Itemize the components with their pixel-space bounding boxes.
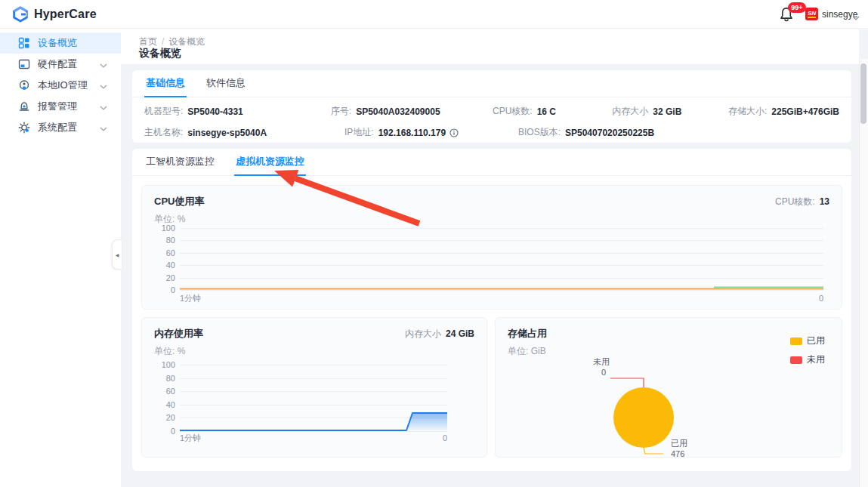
x-tick-label: 1分钟 <box>180 294 201 303</box>
top-bar: HyperCare 99+ SN sinsegye <box>0 0 868 29</box>
field-value: SP5040A032409005 <box>356 106 440 117</box>
unit-value: % <box>178 346 186 356</box>
y-tick-label: 60 <box>166 248 175 257</box>
hypercare-logo-icon <box>12 6 29 23</box>
info-icon[interactable] <box>449 128 459 137</box>
io-icon <box>18 79 30 91</box>
sidebar-item-alarm-management[interactable]: 报警管理 <box>0 96 121 117</box>
sidebar-item-label: 系统配置 <box>38 121 100 134</box>
field-bios-version: BIOS版本: SP50407020250225B <box>518 126 839 139</box>
field-machine-model: 机器型号: SP5040-4331 <box>144 105 331 118</box>
y-tick-label: 100 <box>162 225 175 233</box>
field-value: SP5040-4331 <box>187 106 242 117</box>
sidebar-nav: 设备概览 硬件配置 本地IO管理 <box>0 29 121 487</box>
breadcrumb-current: 设备概览 <box>168 36 205 47</box>
y-tick-label: 40 <box>166 400 175 409</box>
field-label: IP地址: <box>344 126 374 139</box>
y-tick-label: 20 <box>166 273 175 282</box>
pie-callout-value-unused: 0 <box>601 368 606 377</box>
x-tick-label: 1分钟 <box>180 433 201 442</box>
sidebar-item-device-overview[interactable]: 设备概览 <box>0 32 121 54</box>
field-value: 32 GiB <box>653 106 681 117</box>
x-tick-label: 0 <box>819 294 823 303</box>
cpu-unit-label: 单位: % <box>154 213 185 226</box>
memory-size-label: 内存大小 <box>405 328 441 339</box>
field-label: 序号: <box>331 105 351 118</box>
user-menu-chevron-down-icon[interactable] <box>852 12 860 23</box>
bell-icon <box>779 14 794 25</box>
field-hostname: 主机名称: sinsegye-sp5040A <box>144 126 344 139</box>
field-label: CPU核数: <box>493 105 533 118</box>
notification-count-badge: 99+ <box>788 2 806 13</box>
sidebar-item-system-config[interactable]: 系统配置 <box>0 117 121 138</box>
memory-series-line <box>180 413 447 430</box>
avatar[interactable]: SN <box>805 8 818 20</box>
cpu-usage-card: CPU使用率 CPU核数:13 单位: % 100 80 60 40 20 0 <box>141 185 842 310</box>
sidebar-item-label: 硬件配置 <box>38 57 100 71</box>
tab-basic-info[interactable]: 基础信息 <box>144 70 187 97</box>
sidebar-item-hardware-config[interactable]: 硬件配置 <box>0 54 121 75</box>
cpu-chart-title: CPU使用率 <box>154 195 204 208</box>
gear-icon <box>18 122 30 134</box>
chevron-down-icon <box>100 59 107 70</box>
memory-size-meta: 内存大小24 GiB <box>405 328 474 341</box>
unit-label: 单位: <box>154 346 175 356</box>
pie-callout-label-unused: 未用 <box>593 357 610 366</box>
storage-pie-chart: 未用 0 已用 476 <box>496 318 843 458</box>
collapse-left-icon: ◀ <box>116 252 119 257</box>
app-root: HyperCare 99+ SN sinsegye <box>0 0 868 487</box>
unit-value: % <box>178 214 186 224</box>
sidebar-item-local-io[interactable]: 本地IO管理 <box>0 75 121 96</box>
monitor-tabs: 工智机资源监控 虚拟机资源监控 <box>132 149 851 176</box>
memory-usage-chart: 100 80 60 40 20 0 1分钟 0 <box>142 362 488 446</box>
field-cpu-cores: CPU核数: 16 C <box>493 105 612 118</box>
pie-slice-used[interactable] <box>613 387 674 448</box>
cpu-cores-value: 13 <box>820 196 829 207</box>
grid-icon <box>18 37 30 49</box>
field-value: sinsegye-sp5040A <box>187 128 267 138</box>
field-value: 16 C <box>537 106 556 117</box>
pie-callout-line-unused <box>610 378 644 387</box>
scrollbar-thumb[interactable] <box>860 63 866 124</box>
tab-host-resource-monitor[interactable]: 工智机资源监控 <box>144 149 216 175</box>
chevron-down-icon <box>100 122 107 134</box>
y-tick-label: 40 <box>166 260 175 270</box>
cpu-cores-meta: CPU核数:13 <box>775 196 829 208</box>
resource-monitor-card: 工智机资源监控 虚拟机资源监控 CPU使用率 CPU核数:13 单位: % 10… <box>132 149 851 471</box>
y-tick-label: 80 <box>166 374 175 383</box>
field-serial-number: 序号: SP5040A032409005 <box>331 105 493 118</box>
field-value: 192.168.110.179 <box>378 128 446 138</box>
unit-label: 单位: <box>154 214 175 224</box>
tab-software-info[interactable]: 软件信息 <box>205 70 247 97</box>
pie-callout-label-used: 已用 <box>671 439 687 448</box>
brand-name: HyperCare <box>34 8 97 21</box>
brand[interactable]: HyperCare <box>12 6 97 23</box>
hardware-icon <box>18 58 30 70</box>
y-tick-label: 80 <box>166 236 175 245</box>
field-ip-address: IP地址: 192.168.110.179 <box>344 126 518 139</box>
memory-size-value: 24 GiB <box>446 328 474 339</box>
x-tick-label: 0 <box>443 433 447 442</box>
y-tick-label: 60 <box>166 387 175 396</box>
memory-usage-card: 内存使用率 内存大小24 GiB 单位: % <box>141 317 487 458</box>
memory-area-fill <box>406 413 447 430</box>
page-title: 设备概览 <box>139 47 181 60</box>
field-label: 内存大小 <box>612 105 648 118</box>
tab-vm-resource-monitor[interactable]: 虚拟机资源监控 <box>234 149 306 175</box>
field-label: 主机名称: <box>144 126 183 139</box>
memory-chart-title: 内存使用率 <box>154 327 203 341</box>
field-label: 存储大小: <box>728 105 767 118</box>
field-storage-size: 存储大小: 225GiB+476GiB <box>728 105 839 118</box>
breadcrumb-strip: 首页/设备概览 设备概览 <box>121 29 859 64</box>
chevron-down-icon <box>100 101 107 113</box>
info-fields: 机器型号: SP5040-4331 序号: SP5040A032409005 C… <box>144 105 839 147</box>
y-tick-label: 0 <box>171 285 175 294</box>
breadcrumb-home-link[interactable]: 首页 <box>139 36 157 47</box>
field-value: 225GiB+476GiB <box>771 106 839 117</box>
sidebar-item-label: 本地IO管理 <box>38 79 100 92</box>
field-value: SP50407020250225B <box>565 128 654 138</box>
storage-usage-card: 存储占用 单位: GiB 已用 未用 未用 0 已用 <box>495 317 842 458</box>
sidebar-collapse-handle[interactable]: ◀ <box>112 239 122 270</box>
sidebar-item-label: 设备概览 <box>38 36 121 50</box>
field-memory-size: 内存大小 32 GiB <box>612 105 728 118</box>
